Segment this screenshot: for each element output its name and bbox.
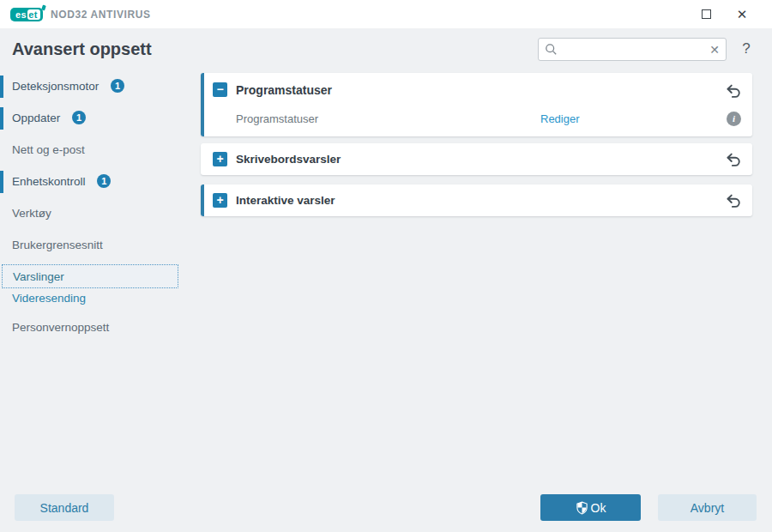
notification-badge: 1 bbox=[97, 174, 111, 188]
sidebar-item-label: Enhetskontroll bbox=[12, 175, 86, 188]
search-input[interactable] bbox=[558, 43, 709, 56]
standard-button[interactable]: Standard bbox=[15, 494, 114, 521]
eset-advanced-setup-window: es et NOD32 ANTIVIRUS ✕ Avansert oppsett… bbox=[0, 0, 772, 532]
section-title[interactable]: Programstatuser bbox=[236, 73, 332, 107]
modified-indicator-bar bbox=[0, 171, 3, 193]
maximize-button[interactable] bbox=[698, 7, 714, 22]
section-programstatuser: − Programstatuser Programstatuser Redige… bbox=[201, 73, 752, 136]
revert-to-default-button[interactable] bbox=[725, 151, 742, 168]
page-title: Avansert oppsett bbox=[12, 39, 152, 59]
sidebar-item-brukergrensesnitt[interactable]: Brukergrensesnitt bbox=[0, 233, 180, 257]
sidebar-item-label: Verktøy bbox=[12, 207, 51, 220]
sidebar-item-label: Varslinger bbox=[13, 270, 64, 283]
search-icon bbox=[545, 43, 558, 56]
ok-button-label: Ok bbox=[591, 501, 606, 515]
window-title: NOD32 ANTIVIRUS bbox=[51, 9, 151, 21]
search-clear-icon[interactable]: ✕ bbox=[709, 44, 720, 56]
sidebar-item-videresending[interactable]: Videresending bbox=[0, 287, 180, 311]
sidebar-item-label: Deteksjonsmotor bbox=[12, 80, 99, 93]
cancel-button[interactable]: Avbryt bbox=[658, 494, 757, 521]
eset-logo-text: es bbox=[13, 9, 27, 20]
section-title[interactable]: Interaktive varsler bbox=[236, 184, 335, 216]
expand-icon[interactable]: + bbox=[213, 152, 227, 166]
edit-link[interactable]: Rediger bbox=[540, 107, 580, 131]
cancel-button-label: Avbryt bbox=[691, 501, 724, 515]
uac-shield-icon bbox=[576, 501, 588, 515]
title-bar: es et NOD32 ANTIVIRUS ✕ bbox=[0, 0, 772, 28]
sidebar-item-varslinger[interactable]: Varslinger bbox=[2, 264, 178, 288]
eset-logo-trademark bbox=[41, 4, 46, 10]
notification-badge: 1 bbox=[72, 111, 86, 124]
eset-logo-text-2: et bbox=[27, 9, 40, 20]
expand-icon[interactable]: + bbox=[213, 193, 227, 208]
setting-label: Programstatuser bbox=[236, 107, 318, 131]
eset-logo: es et bbox=[10, 8, 43, 21]
sidebar-item-label: Personvernoppsett bbox=[12, 321, 109, 334]
sidebar-item-verktoy[interactable]: Verktøy bbox=[0, 202, 180, 226]
sidebar-item-deteksjonsmotor[interactable]: Deteksjonsmotor 1 bbox=[0, 75, 180, 99]
sidebar-item-label: Oppdater bbox=[12, 112, 60, 124]
close-icon: ✕ bbox=[737, 8, 748, 21]
sidebar-item-label: Videresending bbox=[12, 292, 86, 305]
modified-indicator-bar bbox=[0, 107, 3, 130]
close-button[interactable]: ✕ bbox=[734, 7, 750, 22]
revert-to-default-button[interactable] bbox=[725, 192, 742, 209]
search-box[interactable]: ✕ bbox=[538, 38, 727, 61]
sidebar-item-label: Brukergrensesnitt bbox=[12, 239, 103, 251]
notification-badge: 1 bbox=[111, 79, 124, 93]
sidebar-item-label: Nett og e-post bbox=[12, 143, 85, 156]
undo-icon bbox=[725, 82, 742, 100]
setting-row-programstatuser: Programstatuser Rediger i bbox=[201, 107, 752, 135]
help-button[interactable]: ? bbox=[738, 40, 755, 59]
revert-to-default-button[interactable] bbox=[725, 82, 742, 100]
sidebar-item-oppdater[interactable]: Oppdater 1 bbox=[0, 106, 180, 130]
section-skrivebordsvarsler: + Skrivebordsvarsler bbox=[201, 143, 752, 175]
window-controls: ✕ bbox=[698, 7, 762, 22]
info-icon[interactable]: i bbox=[727, 112, 741, 126]
undo-icon bbox=[725, 151, 742, 168]
modified-indicator-bar bbox=[0, 76, 3, 98]
section-title[interactable]: Skrivebordsvarsler bbox=[236, 143, 341, 175]
sidebar-item-nett-og-epost[interactable]: Nett og e-post bbox=[0, 138, 180, 162]
standard-button-label: Standard bbox=[40, 501, 89, 515]
undo-icon bbox=[725, 192, 742, 209]
sidebar-item-personvernoppsett[interactable]: Personvernoppsett bbox=[0, 316, 180, 340]
section-interaktive-varsler: + Interaktive varsler bbox=[201, 184, 752, 216]
collapse-icon[interactable]: − bbox=[213, 82, 227, 97]
sidebar-item-enhetskontroll[interactable]: Enhetskontroll 1 bbox=[0, 170, 180, 194]
modified-indicator-bar bbox=[201, 184, 204, 216]
maximize-icon bbox=[702, 9, 711, 19]
ok-button[interactable]: Ok bbox=[540, 494, 641, 521]
